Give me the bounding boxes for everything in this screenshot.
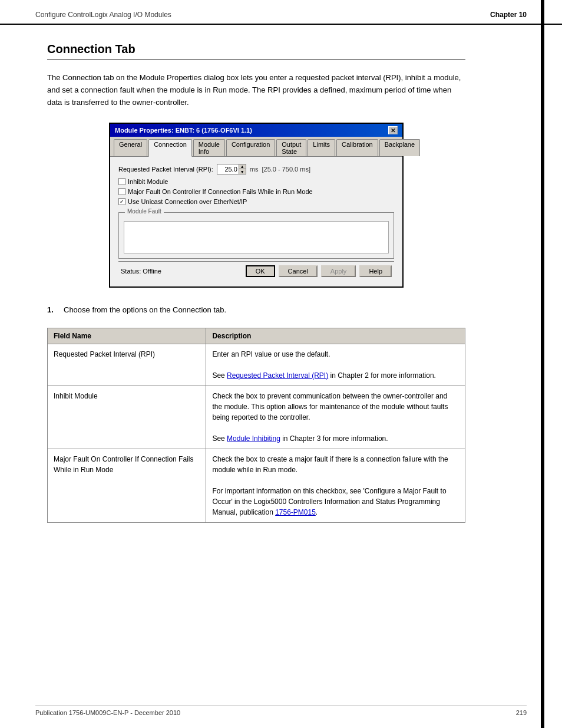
tab-general[interactable]: General <box>114 139 147 156</box>
margin-bar <box>541 0 544 728</box>
rpi-arrows: ▲ ▼ <box>239 164 246 174</box>
table-cell-desc: Check the box to create a major fault if… <box>206 449 465 522</box>
ok-button[interactable]: OK <box>246 265 275 277</box>
help-button[interactable]: Help <box>359 265 392 277</box>
inhibit-module-checkbox[interactable] <box>118 178 125 185</box>
rpi-down-arrow[interactable]: ▼ <box>239 169 246 174</box>
header-chapter-number: Chapter 10 <box>490 11 527 19</box>
table-row: Inhibit Module Check the box to prevent … <box>48 386 465 449</box>
status-label: Status: Offline <box>121 268 161 275</box>
rpi-input[interactable] <box>217 165 239 173</box>
pm015-link[interactable]: 1756-PM015 <box>275 508 316 516</box>
table-cell-desc: Enter an RPI value or use the default. S… <box>206 344 465 386</box>
apply-button[interactable]: Apply <box>321 265 356 277</box>
tab-configuration[interactable]: Configuration <box>226 139 275 156</box>
tab-module-info[interactable]: Module Info <box>193 139 225 156</box>
major-fault-label: Major Fault On Controller If Connection … <box>128 188 313 195</box>
table-header-field: Field Name <box>48 328 206 344</box>
main-content: Connection Tab The Connection tab on the… <box>0 25 513 546</box>
rpi-label: Requested Packet Interval (RPI): <box>118 166 213 173</box>
dialog-window: Module Properties: ENBT: 6 (1756-OF6VI 1… <box>109 123 404 288</box>
dialog-wrapper: Module Properties: ENBT: 6 (1756-OF6VI 1… <box>47 123 465 288</box>
section-title: Connection Tab <box>47 42 465 60</box>
table-header-description: Description <box>206 328 465 344</box>
footer-publication: Publication 1756-UM009C-EN-P - December … <box>35 709 180 716</box>
module-fault-group: Module Fault <box>118 212 394 259</box>
rpi-up-arrow[interactable]: ▲ <box>239 164 246 169</box>
tab-connection[interactable]: Connection <box>148 139 192 157</box>
dialog-close-button[interactable]: ✕ <box>388 126 398 134</box>
intro-paragraph: The Connection tab on the Module Propert… <box>47 72 465 108</box>
unicast-label: Use Unicast Connection over EtherNet/IP <box>128 198 247 205</box>
table-cell-field: Inhibit Module <box>48 386 206 449</box>
major-fault-checkbox[interactable] <box>118 188 125 195</box>
rpi-range: [25.0 - 750.0 ms] <box>262 166 310 173</box>
inhibit-module-row: Inhibit Module <box>118 178 394 185</box>
info-table: Field Name Description Requested Packet … <box>47 328 465 523</box>
table-cell-desc: Check the box to prevent communication b… <box>206 386 465 449</box>
inhibit-module-label: Inhibit Module <box>128 178 168 185</box>
dialog-buttons: OK Cancel Apply Help <box>246 265 392 277</box>
tab-limits[interactable]: Limits <box>308 139 335 156</box>
footer-page-number: 219 <box>516 709 527 716</box>
inhibit-link[interactable]: Module Inhibiting <box>227 434 280 443</box>
table-row: Major Fault On Controller If Connection … <box>48 449 465 522</box>
module-fault-area <box>124 221 389 253</box>
dialog-status-bar: Status: Offline OK Cancel Apply Help <box>118 261 394 279</box>
step-1-number: 1. <box>47 304 59 316</box>
dialog-title: Module Properties: ENBT: 6 (1756-OF6VI 1… <box>115 127 252 134</box>
step-1-text: Choose from the options on the Connectio… <box>64 304 226 316</box>
unicast-row: Use Unicast Connection over EtherNet/IP <box>118 198 394 205</box>
rpi-spinner[interactable]: ▲ ▼ <box>217 164 246 174</box>
rpi-unit: ms <box>250 166 259 173</box>
page-header: Configure ControlLogix Analog I/O Module… <box>0 0 562 25</box>
page-footer: Publication 1756-UM009C-EN-P - December … <box>35 705 527 716</box>
major-fault-row: Major Fault On Controller If Connection … <box>118 188 394 195</box>
step-1: 1. Choose from the options on the Connec… <box>47 304 465 316</box>
module-fault-title: Module Fault <box>125 208 164 215</box>
dialog-tabs: General Connection Module Info Configura… <box>110 137 402 157</box>
table-row: Requested Packet Interval (RPI) Enter an… <box>48 344 465 386</box>
tab-backplane[interactable]: Backplane <box>379 139 420 156</box>
step-list: 1. Choose from the options on the Connec… <box>47 304 465 316</box>
tab-output-state[interactable]: Output State <box>276 139 306 156</box>
dialog-titlebar: Module Properties: ENBT: 6 (1756-OF6VI 1… <box>110 124 402 137</box>
unicast-checkbox[interactable] <box>118 198 125 205</box>
table-cell-field: Major Fault On Controller If Connection … <box>48 449 206 522</box>
table-cell-field: Requested Packet Interval (RPI) <box>48 344 206 386</box>
tab-calibration[interactable]: Calibration <box>336 139 378 156</box>
rpi-row: Requested Packet Interval (RPI): ▲ ▼ ms … <box>118 164 394 174</box>
cancel-button[interactable]: Cancel <box>279 265 318 277</box>
dialog-body: Requested Packet Interval (RPI): ▲ ▼ ms … <box>110 157 402 286</box>
header-chapter-title: Configure ControlLogix Analog I/O Module… <box>35 11 171 19</box>
rpi-link[interactable]: Requested Packet Interval (RPI) <box>227 371 328 380</box>
